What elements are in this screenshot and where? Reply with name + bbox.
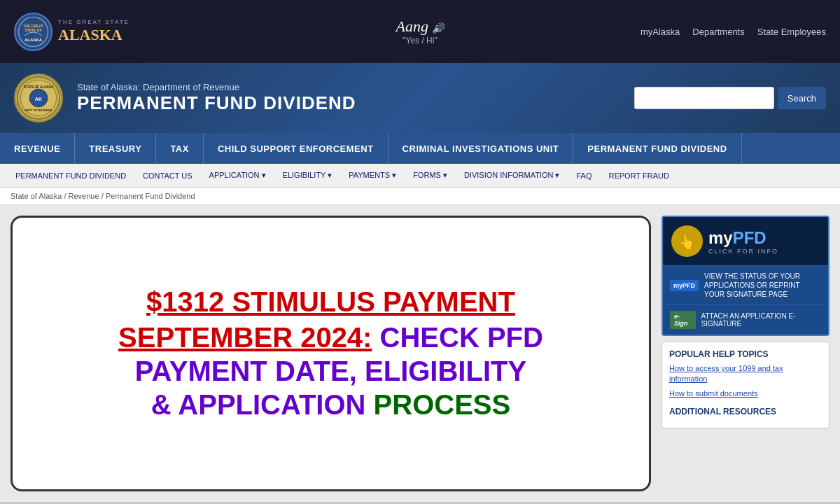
nav-tax[interactable]: TAX <box>156 133 204 164</box>
article-title-line3: PAYMENT DATE, ELIGIBILITY <box>135 354 526 388</box>
search-input[interactable] <box>634 87 774 109</box>
help-link-documents[interactable]: How to submit documents <box>669 388 822 399</box>
mypfd-brand: myPFD <box>708 228 778 248</box>
sec-nav-payments[interactable]: PAYMENTS ▾ <box>340 164 405 187</box>
article-title-line1: $1312 STIMULUS PAYMENT <box>146 286 515 317</box>
nav-criminal-investigations[interactable]: CRIMINAL INVESTIGATIONS UNIT <box>388 133 574 164</box>
nav-revenue[interactable]: REVENUE <box>0 133 75 164</box>
sec-nav-report-fraud[interactable]: REPORT FRAUD <box>601 164 678 187</box>
nav-pfd[interactable]: PERMANENT FUND DIVIDEND <box>573 133 741 164</box>
esign-link-text: ATTACH AN APPLICATION E-SIGNATURE <box>701 312 822 328</box>
esign-link[interactable]: e-Sign ATTACH AN APPLICATION E-SIGNATURE <box>663 304 828 335</box>
article-line4-green: PROCESS <box>365 389 510 420</box>
alaska-seal-icon: THE GREAT STATE OF ALASKA <box>14 13 52 51</box>
dept-title-block: State of Alaska: Department of Revenue P… <box>77 82 620 114</box>
state-employees-link[interactable]: State Employees <box>757 27 826 37</box>
mypfd-badge: myPFD <box>670 280 699 291</box>
alaska-logo-text: THE GREAT STATE ALASKA <box>58 19 130 44</box>
svg-text:AK: AK <box>35 96 43 102</box>
additional-resources-label: ADDITIONAL RESOURCES <box>669 402 822 421</box>
main-nav: REVENUE TREASURY TAX CHILD SUPPORT ENFOR… <box>0 133 840 164</box>
mypfd-brand-pfd: PFD <box>733 228 766 247</box>
greeting-subtitle: "Yes / Hi" <box>396 36 444 46</box>
sec-nav-pfd[interactable]: PERMANENT FUND DIVIDEND <box>7 164 134 187</box>
top-nav-links: myAlaska Departments State Employees <box>640 27 826 37</box>
mypfd-top: 👆 myPFD CLICK FOR INFO <box>663 217 828 265</box>
esign-badge: e-Sign <box>670 311 696 329</box>
sec-nav-application[interactable]: APPLICATION ▾ <box>201 164 274 187</box>
svg-text:STATE OF: STATE OF <box>25 28 42 32</box>
mypfd-link1-text: VIEW THE STATUS OF YOUR APPLICATIONS OR … <box>704 272 821 299</box>
search-button[interactable]: Search <box>778 87 826 109</box>
dept-seal-icon: STATE OF ALASKA AK DEPT OF REVENUE <box>14 74 63 122</box>
mypfd-status-link[interactable]: myPFD VIEW THE STATUS OF YOUR APPLICATIO… <box>663 265 828 304</box>
sec-nav-faq[interactable]: FAQ <box>568 164 600 187</box>
search-block: Search <box>634 87 826 109</box>
sec-nav-division[interactable]: DIVISION INFORMATION ▾ <box>456 164 568 187</box>
myalaska-link[interactable]: myAlaska <box>640 27 680 37</box>
speaker-icon: 🔊 <box>432 23 444 34</box>
greeting-name: Aang 🔊 <box>396 18 444 36</box>
sec-nav-contact[interactable]: CONTACT US <box>134 164 201 187</box>
help-box: POPULAR HELP TOPICS How to access your 1… <box>662 342 830 428</box>
help-link-1099[interactable]: How to access your 1099 and tax informat… <box>669 363 822 385</box>
greeting-block: Aang 🔊 "Yes / Hi" <box>396 18 444 46</box>
content-area: $1312 STIMULUS PAYMENT SEPTEMBER 2024: C… <box>0 205 840 502</box>
nav-treasury[interactable]: TREASURY <box>75 133 156 164</box>
mypfd-brand-block: myPFD CLICK FOR INFO <box>708 228 778 255</box>
help-topics-title: POPULAR HELP TOPICS <box>669 349 822 359</box>
mypfd-brand-my: my <box>708 228 733 247</box>
dept-subtitle: State of Alaska: Department of Revenue <box>77 82 620 92</box>
svg-text:ALASKA: ALASKA <box>24 38 43 42</box>
mypfd-click-label: CLICK FOR INFO <box>708 248 778 255</box>
top-bar: THE GREAT STATE OF ALASKA THE GREAT STAT… <box>0 0 840 63</box>
sidebar: 👆 myPFD CLICK FOR INFO myPFD VIEW THE ST… <box>662 216 830 491</box>
article-line2-purple: CHECK PFD <box>372 322 542 353</box>
sec-nav-eligibility[interactable]: ELIGIBILITY ▾ <box>274 164 341 187</box>
article-title-line4: & APPLICATION PROCESS <box>151 388 510 421</box>
secondary-nav: PERMANENT FUND DIVIDEND CONTACT US APPLI… <box>0 164 840 188</box>
dept-header: STATE OF ALASKA AK DEPT OF REVENUE State… <box>0 63 840 133</box>
alaska-logo: THE GREAT STATE OF ALASKA THE GREAT STAT… <box>14 13 130 51</box>
sec-nav-forms[interactable]: FORMS ▾ <box>405 164 456 187</box>
great-state-label: THE GREAT STATE <box>58 19 130 26</box>
article-box: $1312 STIMULUS PAYMENT SEPTEMBER 2024: C… <box>10 216 651 491</box>
nav-child-support[interactable]: CHILD SUPPORT ENFORCEMENT <box>204 133 388 164</box>
dept-main-title: PERMANENT FUND DIVIDEND <box>77 92 620 114</box>
breadcrumb: State of Alaska / Revenue / Permanent Fu… <box>0 188 840 205</box>
svg-text:DEPT OF REVENUE: DEPT OF REVENUE <box>25 108 52 112</box>
article-line2-red: SEPTEMBER 2024: <box>118 322 372 353</box>
svg-text:STATE OF ALASKA: STATE OF ALASKA <box>24 85 54 89</box>
article-line4-purple: & APPLICATION <box>151 389 366 420</box>
state-name-label: ALASKA <box>58 26 130 44</box>
mypfd-icon: 👆 <box>671 225 703 257</box>
departments-link[interactable]: Departments <box>692 27 744 37</box>
article-title-line2: SEPTEMBER 2024: CHECK PFD <box>118 321 543 354</box>
mypfd-widget: 👆 myPFD CLICK FOR INFO myPFD VIEW THE ST… <box>662 216 830 336</box>
